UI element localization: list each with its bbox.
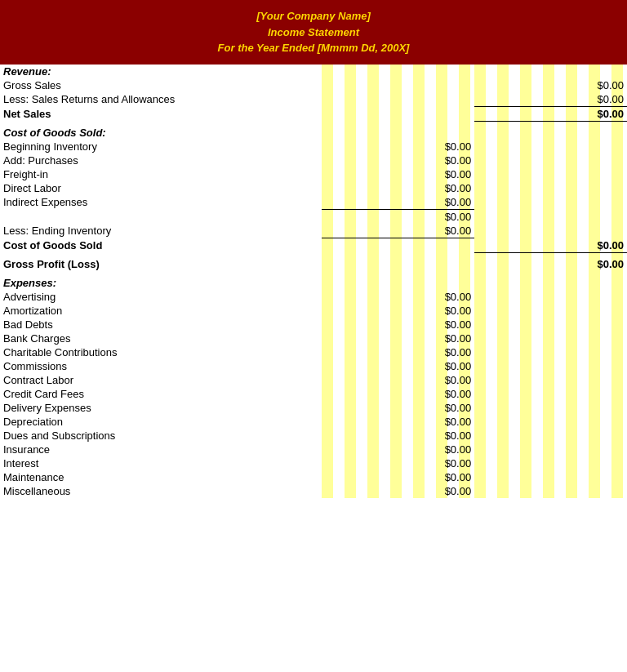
expense-item-row: Bank Charges$0.00 (0, 332, 627, 345)
cogs-header-row: Cost of Goods Sold: (0, 126, 627, 140)
direct-labor-value: $0.00 (322, 181, 474, 195)
sales-returns-row: Less: Sales Returns and Allowances $0.00 (0, 92, 627, 107)
cogs-subtotal-row: $0.00 (0, 210, 627, 225)
expense-item-value: $0.00 (322, 373, 474, 387)
expense-item-row: Depreciation$0.00 (0, 415, 627, 429)
expense-item-value: $0.00 (322, 318, 474, 332)
expenses-table: Advertising$0.00Amortization$0.00Bad Deb… (0, 290, 627, 498)
cogs-subtotal-value: $0.00 (322, 210, 474, 225)
cogs-label: Cost of Goods Sold: (0, 126, 322, 140)
indirect-expenses-label: Indirect Expenses (0, 195, 322, 210)
indirect-expenses-row: Indirect Expenses $0.00 (0, 195, 627, 210)
expense-item-value: $0.00 (322, 470, 474, 484)
ending-inventory-row: Less: Ending Inventory $0.00 (0, 224, 627, 238)
company-name: [Your Company Name] (0, 8, 627, 24)
expense-item-row: Commissions$0.00 (0, 359, 627, 373)
cogs-subtotal-label (0, 210, 322, 225)
ending-inventory-value: $0.00 (322, 224, 474, 238)
expense-item-row: Maintenance$0.00 (0, 470, 627, 484)
expense-item-label: Amortization (0, 304, 322, 318)
expense-item-row: Contract Labor$0.00 (0, 373, 627, 387)
expense-item-value: $0.00 (322, 345, 474, 359)
expense-item-row: Credit Card Fees$0.00 (0, 387, 627, 401)
expense-item-value: $0.00 (322, 359, 474, 373)
net-sales-row: Net Sales $0.00 (0, 106, 627, 121)
expense-item-label: Miscellaneous (0, 484, 322, 498)
expense-item-label: Insurance (0, 443, 322, 456)
revenue-label: Revenue: (0, 65, 322, 78)
expense-item-label: Advertising (0, 290, 322, 304)
expense-item-label: Delivery Expenses (0, 401, 322, 415)
expense-item-row: Charitable Contributions$0.00 (0, 345, 627, 359)
sales-returns-label: Less: Sales Returns and Allowances (0, 92, 322, 107)
expense-item-label: Dues and Subscriptions (0, 429, 322, 443)
sales-returns-value: $0.00 (474, 92, 627, 107)
expense-item-value: $0.00 (322, 332, 474, 345)
content: Revenue: Gross Sales $0.00 Less: Sales R… (0, 65, 627, 499)
expense-item-value: $0.00 (322, 304, 474, 318)
expense-item-value: $0.00 (322, 484, 474, 498)
expenses-header-row: Expenses: (0, 276, 627, 290)
expense-item-value: $0.00 (322, 401, 474, 415)
cost-of-goods-sold-row: Cost of Goods Sold $0.00 (0, 238, 627, 253)
freight-in-value: $0.00 (322, 167, 474, 181)
expense-item-label: Depreciation (0, 415, 322, 429)
purchases-value: $0.00 (322, 154, 474, 167)
expense-item-row: Bad Debts$0.00 (0, 318, 627, 332)
beginning-inventory-row: Beginning Inventory $0.00 (0, 140, 627, 154)
expense-item-label: Charitable Contributions (0, 345, 322, 359)
indirect-expenses-value: $0.00 (322, 195, 474, 210)
direct-labor-label: Direct Labor (0, 181, 322, 195)
main-table: Revenue: Gross Sales $0.00 Less: Sales R… (0, 65, 627, 291)
expense-item-value: $0.00 (322, 443, 474, 456)
expense-item-value: $0.00 (322, 387, 474, 401)
expense-item-value: $0.00 (322, 290, 474, 304)
revenue-header-row: Revenue: (0, 65, 627, 78)
gross-profit-value: $0.00 (474, 257, 627, 271)
expense-item-value: $0.00 (322, 415, 474, 429)
gross-sales-row: Gross Sales $0.00 (0, 78, 627, 92)
expense-item-row: Insurance$0.00 (0, 443, 627, 456)
expense-item-row: Miscellaneous$0.00 (0, 484, 627, 498)
cost-of-goods-sold-value: $0.00 (474, 238, 627, 253)
statement-period: For the Year Ended [Mmmm Dd, 200X] (0, 40, 627, 56)
expense-item-label: Maintenance (0, 470, 322, 484)
expense-item-label: Interest (0, 456, 322, 470)
expense-item-label: Credit Card Fees (0, 387, 322, 401)
freight-in-label: Freight-in (0, 167, 322, 181)
cost-of-goods-sold-label: Cost of Goods Sold (0, 238, 322, 253)
net-sales-label: Net Sales (0, 106, 322, 121)
expense-item-value: $0.00 (322, 456, 474, 470)
expense-item-label: Contract Labor (0, 373, 322, 387)
expense-item-row: Dues and Subscriptions$0.00 (0, 429, 627, 443)
expense-item-label: Commissions (0, 359, 322, 373)
beginning-inventory-label: Beginning Inventory (0, 140, 322, 154)
gross-sales-value: $0.00 (474, 78, 627, 92)
freight-in-row: Freight-in $0.00 (0, 167, 627, 181)
expenses-label: Expenses: (0, 276, 322, 290)
statement-title: Income Statement (0, 24, 627, 41)
income-statement: [Your Company Name] Income Statement For… (0, 0, 627, 498)
gross-sales-label: Gross Sales (0, 78, 322, 92)
gross-profit-label: Gross Profit (Loss) (0, 257, 322, 271)
purchases-row: Add: Purchases $0.00 (0, 154, 627, 167)
direct-labor-row: Direct Labor $0.00 (0, 181, 627, 195)
ending-inventory-label: Less: Ending Inventory (0, 224, 322, 238)
expense-item-label: Bad Debts (0, 318, 322, 332)
expense-item-row: Delivery Expenses$0.00 (0, 401, 627, 415)
gross-profit-row: Gross Profit (Loss) $0.00 (0, 257, 627, 271)
expense-item-row: Amortization$0.00 (0, 304, 627, 318)
net-sales-value: $0.00 (474, 106, 627, 121)
expense-item-row: Interest$0.00 (0, 456, 627, 470)
expense-item-row: Advertising$0.00 (0, 290, 627, 304)
expense-item-value: $0.00 (322, 429, 474, 443)
beginning-inventory-value: $0.00 (322, 140, 474, 154)
purchases-label: Add: Purchases (0, 154, 322, 167)
header: [Your Company Name] Income Statement For… (0, 0, 627, 65)
expense-item-label: Bank Charges (0, 332, 322, 345)
